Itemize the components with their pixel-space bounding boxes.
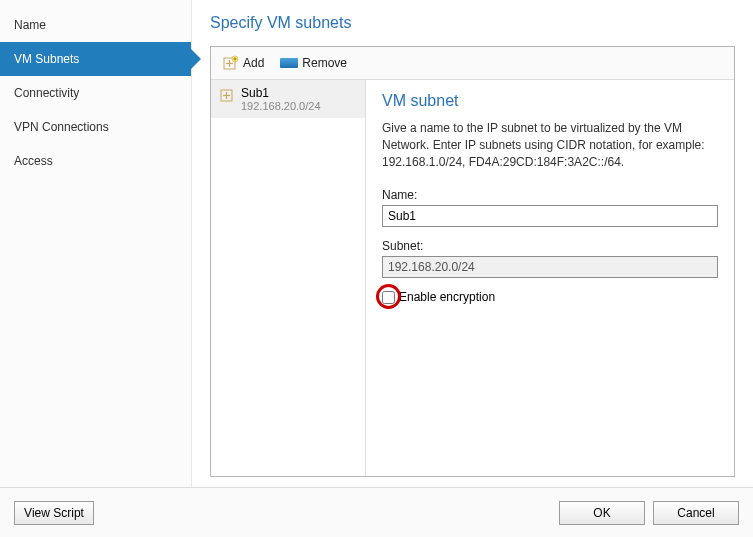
enable-encryption-checkbox[interactable] [382, 291, 395, 304]
toolbar: Add Remove [211, 47, 734, 80]
dialog-footer: View Script OK Cancel [0, 487, 753, 537]
subnet-input[interactable] [382, 256, 718, 278]
detail-description: Give a name to the IP subnet to be virtu… [382, 120, 718, 170]
list-item[interactable]: Sub1 192.168.20.0/24 [211, 80, 365, 118]
remove-icon [280, 58, 298, 68]
subnet-label: Subnet: [382, 239, 718, 253]
encryption-row: Enable encryption [382, 290, 718, 304]
sidebar-item-vpn-connections[interactable]: VPN Connections [0, 110, 191, 144]
detail-pane: VM subnet Give a name to the IP subnet t… [366, 80, 734, 476]
list-item-name: Sub1 [241, 86, 321, 100]
page-title: Specify VM subnets [210, 14, 735, 32]
name-input[interactable] [382, 205, 718, 227]
subnet-list: Sub1 192.168.20.0/24 [211, 80, 366, 476]
add-button-label: Add [243, 56, 264, 70]
main-content: Specify VM subnets Add Remove [192, 0, 753, 487]
enable-encryption-label: Enable encryption [399, 290, 495, 304]
name-label: Name: [382, 188, 718, 202]
subnet-icon [219, 87, 235, 103]
sidebar-item-vm-subnets[interactable]: VM Subnets [0, 42, 191, 76]
add-button[interactable]: Add [219, 53, 268, 73]
add-icon [223, 55, 239, 71]
sidebar-item-access[interactable]: Access [0, 144, 191, 178]
detail-title: VM subnet [382, 92, 718, 110]
cancel-button[interactable]: Cancel [653, 501, 739, 525]
wizard-sidebar: Name VM Subnets Connectivity VPN Connect… [0, 0, 192, 487]
ok-button[interactable]: OK [559, 501, 645, 525]
sidebar-item-connectivity[interactable]: Connectivity [0, 76, 191, 110]
view-script-button[interactable]: View Script [14, 501, 94, 525]
main-panel: Add Remove Sub1 [210, 46, 735, 477]
sidebar-item-name[interactable]: Name [0, 8, 191, 42]
content-row: Sub1 192.168.20.0/24 VM subnet Give a na… [211, 80, 734, 476]
remove-button[interactable]: Remove [276, 54, 351, 72]
list-item-cidr: 192.168.20.0/24 [241, 100, 321, 112]
remove-button-label: Remove [302, 56, 347, 70]
